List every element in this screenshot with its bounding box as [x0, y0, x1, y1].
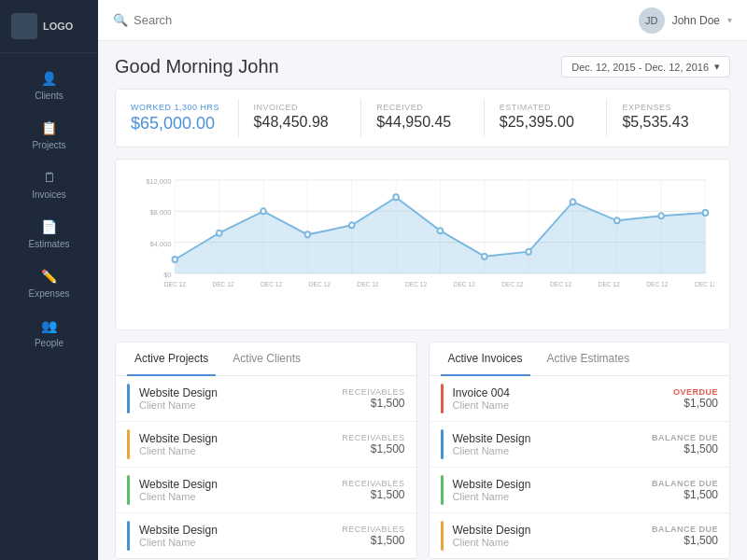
- project-meta: RECEIVABLES $1,500: [342, 479, 404, 501]
- sidebar-nav: 👤 Clients📋 Projects🗒 Invoices📄 Estimates…: [0, 53, 98, 560]
- sidebar-item-expenses[interactable]: ✏️ Expenses: [0, 259, 98, 308]
- tab-active-projects[interactable]: Active Projects: [127, 343, 216, 376]
- invoice-bar: [441, 384, 444, 413]
- invoice-list-item[interactable]: Website Design Client Name BALANCE DUE $…: [430, 468, 730, 513]
- invoice-status-badge: OVERDUE: [673, 387, 718, 397]
- project-amount: $1,500: [342, 534, 404, 547]
- stat-value: $65,000.00: [131, 114, 223, 133]
- stat-value: $5,535.43: [622, 114, 714, 131]
- project-meta: RECEIVABLES $1,500: [342, 525, 404, 547]
- svg-point-32: [658, 213, 664, 218]
- invoice-info: Invoice 004 Client Name: [453, 386, 673, 411]
- svg-point-30: [571, 199, 576, 204]
- project-amount: $1,500: [342, 442, 404, 455]
- project-list-item[interactable]: Website Design Client Name RECEIVABLES $…: [116, 468, 416, 513]
- invoice-list-item[interactable]: Website Design Client Name BALANCE DUE $…: [430, 513, 730, 558]
- invoice-list-item[interactable]: Website Design Client Name BALANCE DUE $…: [430, 422, 730, 468]
- project-name: Website Design: [139, 524, 342, 537]
- date-range-text: Dec. 12, 2015 - Dec. 12, 2016: [571, 62, 709, 73]
- sidebar-item-invoices[interactable]: 🗒 Invoices: [0, 160, 98, 209]
- invoice-list-item[interactable]: Invoice 004 Client Name OVERDUE $1,500: [430, 376, 730, 422]
- svg-text:$4,000: $4,000: [149, 239, 172, 247]
- project-tag: RECEIVABLES: [342, 433, 404, 442]
- sidebar-item-label: Projects: [32, 140, 65, 150]
- invoice-bar: [441, 475, 444, 505]
- invoices-panel: Active InvoicesActive Estimates Invoice …: [429, 342, 731, 559]
- sidebar: LOGO 👤 Clients📋 Projects🗒 Invoices📄 Esti…: [0, 0, 98, 560]
- svg-text:DEC 12: DEC 12: [646, 281, 668, 287]
- project-amount: $1,500: [342, 488, 404, 501]
- stat-value: $48,450.98: [254, 114, 346, 131]
- tab-active-invoices[interactable]: Active Invoices: [441, 343, 530, 376]
- svg-text:$8,000: $8,000: [149, 208, 172, 217]
- search-input[interactable]: [134, 13, 320, 27]
- project-list-item[interactable]: Website Design Client Name RECEIVABLES $…: [116, 376, 416, 422]
- svg-point-22: [217, 231, 222, 236]
- sidebar-item-label: Invoices: [32, 189, 66, 200]
- invoice-name: Website Design: [453, 432, 652, 445]
- svg-point-21: [173, 257, 178, 262]
- project-client: Client Name: [139, 537, 342, 548]
- invoice-client: Client Name: [453, 491, 652, 502]
- sidebar-item-clients[interactable]: 👤 Clients: [0, 61, 98, 110]
- invoice-meta: OVERDUE $1,500: [673, 387, 718, 410]
- header: 🔍 JD John Doe ▾: [98, 0, 747, 41]
- project-meta: RECEIVABLES $1,500: [342, 433, 404, 455]
- invoice-info: Website Design Client Name: [453, 432, 652, 456]
- invoice-meta: BALANCE DUE $1,500: [652, 479, 718, 501]
- logo-text: LOGO: [43, 21, 73, 32]
- stat-label: RECEIVED: [376, 103, 469, 112]
- project-tag: RECEIVABLES: [342, 479, 404, 488]
- date-range-picker[interactable]: Dec. 12, 2015 - Dec. 12, 2016 ▾: [561, 56, 730, 77]
- svg-point-25: [349, 222, 355, 228]
- project-amount: $1,500: [342, 397, 404, 410]
- sidebar-item-people[interactable]: 👥 People: [0, 308, 98, 357]
- svg-text:$12,000: $12,000: [146, 177, 172, 186]
- sidebar-item-label: Expenses: [29, 288, 70, 299]
- svg-text:DEC 12: DEC 12: [550, 281, 571, 287]
- invoices-icon: 🗒: [41, 169, 58, 186]
- tabs-row: Active ProjectsActive Clients Website De…: [115, 342, 730, 559]
- projects-icon: 📋: [41, 119, 58, 136]
- invoice-bar: [441, 521, 444, 551]
- invoice-amount: $1,500: [652, 534, 718, 547]
- project-name: Website Design: [139, 478, 342, 491]
- logo-box: [11, 13, 37, 39]
- project-info: Website Design Client Name: [139, 478, 342, 502]
- invoice-name: Website Design: [453, 524, 652, 537]
- invoice-amount: $1,500: [673, 397, 718, 410]
- search-icon: 🔍: [113, 13, 128, 27]
- invoice-client: Client Name: [453, 445, 652, 456]
- project-tag: RECEIVABLES: [342, 525, 404, 534]
- project-name: Website Design: [139, 432, 342, 445]
- tab-active-estimates[interactable]: Active Estimates: [540, 343, 638, 376]
- project-info: Website Design Client Name: [139, 386, 342, 411]
- invoice-client: Client Name: [453, 399, 673, 411]
- project-bar: [127, 429, 130, 459]
- svg-point-23: [261, 208, 266, 214]
- sidebar-item-estimates[interactable]: 📄 Estimates: [0, 209, 98, 259]
- invoice-list: Invoice 004 Client Name OVERDUE $1,500 W…: [430, 376, 730, 558]
- clients-icon: 👤: [41, 70, 58, 87]
- invoice-status-badge: BALANCE DUE: [652, 433, 718, 442]
- project-info: Website Design Client Name: [139, 524, 342, 548]
- project-list-item[interactable]: Website Design Client Name RECEIVABLES $…: [116, 422, 416, 468]
- user-area[interactable]: JD John Doe ▾: [639, 7, 732, 34]
- project-client: Client Name: [139, 491, 342, 502]
- svg-text:DEC 12: DEC 12: [599, 281, 620, 287]
- stat-item-0: WORKED 1,300 hrs $65,000.00: [116, 99, 239, 137]
- project-list-item[interactable]: Website Design Client Name RECEIVABLES $…: [116, 513, 416, 558]
- sidebar-item-label: Clients: [35, 91, 63, 101]
- projects-panel: Active ProjectsActive Clients Website De…: [115, 342, 417, 559]
- dashboard: Good Morning John Dec. 12, 2015 - Dec. 1…: [98, 41, 747, 560]
- svg-text:$0: $0: [163, 271, 172, 279]
- project-bar: [127, 475, 130, 505]
- invoice-amount: $1,500: [652, 442, 718, 455]
- projects-tab-header: Active ProjectsActive Clients: [116, 343, 416, 376]
- sidebar-item-projects[interactable]: 📋 Projects: [0, 110, 98, 160]
- stat-label: EXPENSES: [622, 103, 714, 112]
- tab-active-clients[interactable]: Active Clients: [225, 343, 308, 376]
- main-content: 🔍 JD John Doe ▾ Good Morning John Dec. 1…: [98, 0, 747, 560]
- svg-point-27: [438, 228, 444, 233]
- svg-text:DEC 12: DEC 12: [309, 281, 331, 287]
